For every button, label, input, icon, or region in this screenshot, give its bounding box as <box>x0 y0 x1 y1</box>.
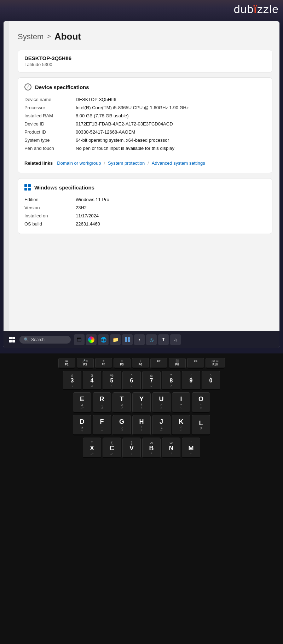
taskbar-icon-taskview[interactable]: 🗔 <box>74 334 85 345</box>
key-f[interactable]: F↓ب <box>93 415 111 435</box>
sep-1: / <box>104 160 105 166</box>
key-t[interactable]: Tىف <box>112 392 131 413</box>
key-n[interactable]: ت̄Nذ <box>162 438 180 458</box>
key-f5[interactable]: ✳F5 <box>114 358 131 369</box>
windows-specs-card: Windows specifications Edition Windows 1… <box>18 178 272 234</box>
key-m[interactable]: 'Mة <box>182 438 200 458</box>
related-links-bar: Related links Domain or workgroup / Syst… <box>24 156 266 167</box>
taskbar-icon-grid[interactable] <box>122 334 133 345</box>
device-specs-title: Device specifications <box>35 84 89 90</box>
key-4[interactable]: $4ى <box>83 371 101 390</box>
win-spec-row-version: Version 23H2 <box>24 204 266 212</box>
windows-specs-header: Windows specifications <box>24 184 266 191</box>
key-e[interactable]: Eىش <box>73 392 91 413</box>
sidebar-hint <box>4 21 9 348</box>
key-d[interactable]: Dيي <box>73 415 91 435</box>
win-sq-2 <box>28 184 31 187</box>
keyboard-area: ⏮F2 🎤✕F3 ☀F4 ✳F5 ⠿F6 F7 ⬛F8 F9 prt scF10… <box>0 353 283 644</box>
breadcrumb-separator: > <box>47 33 51 40</box>
key-3[interactable]: #3ر <box>63 371 81 390</box>
key-0[interactable]: )0ـ <box>202 371 220 390</box>
related-links-label: Related links <box>24 160 53 166</box>
key-5[interactable]: %5و <box>103 371 121 390</box>
win-sq-3 <box>24 188 27 191</box>
taskbar-icon-music[interactable]: ♫ <box>170 334 181 345</box>
key-8[interactable]: *8م <box>162 371 180 390</box>
key-o[interactable]: O×ح <box>192 392 210 413</box>
spec-value-device-name: DESKTOP-3Q5HII6 <box>76 97 116 102</box>
key-9[interactable]: (9ك <box>182 371 200 390</box>
info-icon: i <box>24 83 31 90</box>
key-l[interactable]: Lلا <box>192 415 210 435</box>
win-sq-4 <box>28 188 31 191</box>
key-c[interactable]: {Cص <box>103 438 121 458</box>
key-f7[interactable]: F7 <box>150 358 167 369</box>
related-link-advanced[interactable]: Advanced system settings <box>152 160 205 166</box>
key-v[interactable]: }Vو <box>122 438 141 458</box>
spec-row-processor: Processor Intel(R) Core(TM) i5-8365U CPU… <box>24 104 266 112</box>
key-g[interactable]: Gىل <box>112 415 131 435</box>
key-prtsc[interactable]: prt scF10 <box>206 358 225 369</box>
device-specs-header: i Device specifications <box>24 83 266 90</box>
key-k[interactable]: Kكن <box>172 415 190 435</box>
key-7[interactable]: &7ن <box>142 371 161 390</box>
spec-row-device-id: Device ID 0172EF1B-FDAB-4AE2-A172-03E3FC… <box>24 120 266 128</box>
grid-icon <box>125 337 130 342</box>
zxcv-key-row: °Xش {Cص }Vو ىBلا ت̄Nذ 'Mة <box>3 438 280 458</box>
win-spec-label-edition: Edition <box>24 197 76 202</box>
taskbar-search-bar[interactable]: 🔍 Search <box>19 336 71 344</box>
key-f6[interactable]: ⠿F6 <box>132 358 149 369</box>
taskbar-search-text: Search <box>31 337 45 342</box>
spec-label-ram: Installed RAM <box>24 113 76 118</box>
taskbar-icon-edge[interactable]: 🌐 <box>98 334 109 345</box>
taskbar-icon-overlay[interactable]: ◎ <box>146 334 157 345</box>
breadcrumb-about: About <box>54 31 81 42</box>
search-icon: 🔍 <box>24 337 29 342</box>
device-hostname: DESKTOP-3Q5HII6 <box>24 55 266 61</box>
win-spec-label-installed: Installed on <box>24 213 76 218</box>
taskbar-icon-tiktok[interactable]: ♪ <box>134 334 145 345</box>
taskbar-icon-explorer[interactable]: 📁 <box>110 334 121 345</box>
spec-label-processor: Processor <box>24 105 76 110</box>
related-link-system-protection[interactable]: System protection <box>108 160 145 166</box>
taskbar-start-button[interactable] <box>6 334 18 345</box>
key-f3[interactable]: 🎤✕F3 <box>77 358 94 369</box>
key-f8[interactable]: ⬛F8 <box>169 358 186 369</box>
sep-2: / <box>148 160 149 166</box>
win-spec-value-edition: Windows 11 Pro <box>76 197 109 202</box>
spec-value-pen-touch: No pen or touch input is available for t… <box>76 146 174 151</box>
spec-label-pen-touch: Pen and touch <box>24 146 76 151</box>
key-f4[interactable]: ☀F4 <box>95 358 112 369</box>
spec-row-device-name: Device name DESKTOP-3Q5HII6 <box>24 95 266 104</box>
key-b[interactable]: ىBلا <box>142 438 161 458</box>
win-spec-label-osbuild: OS build <box>24 221 76 227</box>
key-6[interactable]: ^6ز <box>122 371 141 390</box>
key-f2[interactable]: ⏮F2 <box>58 358 75 369</box>
spec-value-processor: Intel(R) Core(TM) i5-8365U CPU @ 1.60GHz… <box>76 105 189 110</box>
key-i[interactable]: I+ب <box>172 392 190 413</box>
fn-key-row: ⏮F2 🎤✕F3 ☀F4 ✳F5 ⠿F6 F7 ⬛F8 F9 prt scF10 <box>3 358 280 369</box>
key-h[interactable]: H↑ا <box>132 415 151 435</box>
spec-row-product-id: Product ID 00330-52417-12668-AAOEM <box>24 128 266 136</box>
win-spec-value-installed: 11/17/2024 <box>76 213 99 218</box>
qwerty-key-row: Eىش Rرق Tىف Yغغ Uعغ I+ب O×ح <box>3 392 280 413</box>
taskbar-icon-text[interactable]: T <box>158 334 169 345</box>
spec-label-system-type: System type <box>24 137 76 143</box>
spec-value-ram: 8.00 GB (7.78 GB usable) <box>76 113 129 118</box>
related-link-domain[interactable]: Domain or workgroup <box>57 160 101 166</box>
taskbar-icon-color[interactable] <box>86 334 97 345</box>
key-u[interactable]: Uعغ <box>152 392 171 413</box>
key-r[interactable]: Rرق <box>93 392 111 413</box>
color-wheel-icon <box>88 336 94 343</box>
breadcrumb-system[interactable]: System <box>18 32 44 41</box>
breadcrumb: System > About <box>18 31 272 42</box>
spec-value-device-id: 0172EF1B-FDAB-4AE2-A172-03E3FCD04ACD <box>76 121 173 127</box>
win-sq-1 <box>24 184 27 187</box>
windows-screen: System > About DESKTOP-3Q5HII6 Latitude … <box>4 21 279 348</box>
key-f9[interactable]: F9 <box>187 358 204 369</box>
number-key-row: #3ر $4ى %5و ^6ز &7ن *8م (9ك )0ـ <box>3 371 280 390</box>
key-y[interactable]: Yغغ <box>132 392 151 413</box>
key-x[interactable]: °Xش <box>83 438 101 458</box>
windows-start-icon <box>9 337 15 343</box>
key-j[interactable]: Jجت <box>152 415 171 435</box>
